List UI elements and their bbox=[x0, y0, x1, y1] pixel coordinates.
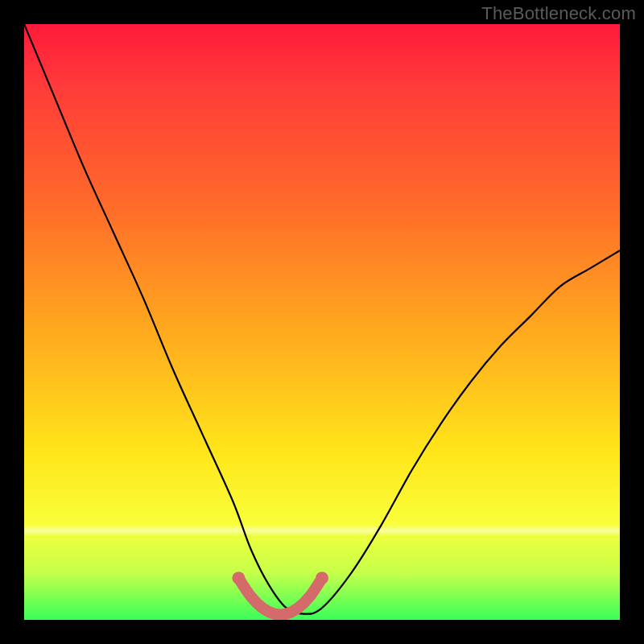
curve-overlay bbox=[24, 24, 620, 620]
highlight-dot-right bbox=[316, 572, 328, 584]
bottleneck-curve bbox=[24, 24, 620, 614]
chart-frame: TheBottleneck.com bbox=[0, 0, 644, 644]
highlight-dot-left bbox=[232, 572, 245, 584]
plot-area bbox=[24, 24, 620, 620]
watermark-text: TheBottleneck.com bbox=[481, 3, 636, 24]
highlight-arc bbox=[238, 578, 322, 614]
